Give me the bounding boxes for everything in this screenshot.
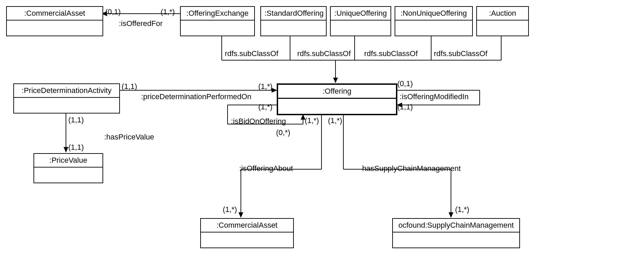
card: (1,*) <box>223 205 237 214</box>
card: (1,1) <box>68 143 84 152</box>
ontology-diagram: :CommercialAsset :OfferingExchange :Stan… <box>0 0 644 280</box>
label-isOfferedFor: :isOfferedFor <box>119 19 163 28</box>
card: (1,1) <box>122 82 137 91</box>
class-title: :CommercialAsset <box>201 219 293 232</box>
card: (1,*) <box>258 82 273 91</box>
class-offering: :Offering <box>277 83 397 115</box>
class-price-value: :PriceValue <box>33 153 103 183</box>
label-subclass-3: rdfs.subClassOf <box>364 49 418 58</box>
class-standard-offering: :StandardOffering <box>260 6 327 36</box>
label-subclass-1: rdfs.subClassOf <box>225 49 278 58</box>
card: (1,1) <box>397 103 413 111</box>
class-offering-exchange: :OfferingExchange <box>180 6 255 36</box>
card: (1,*) <box>258 103 273 111</box>
class-title: :Offering <box>278 85 396 99</box>
label-isBidOnOffering: :isBidOnOffering <box>231 117 286 126</box>
class-title: :OfferingExchange <box>181 7 254 21</box>
label-isOfferingAbout: :isOfferingAbout <box>239 164 293 173</box>
class-price-determination-activity: :PriceDeterminationActivity <box>13 83 120 114</box>
class-title: ocfound:SupplyChainManagement <box>393 219 519 232</box>
class-non-unique-offering: :NonUniqueOffering <box>395 6 473 36</box>
class-supply-chain-management: ocfound:SupplyChainManagement <box>392 218 520 248</box>
class-title: :NonUniqueOffering <box>395 7 472 21</box>
class-title: :PriceDeterminationActivity <box>14 84 119 98</box>
label-subclass-2: rdfs.subClassOf <box>297 49 351 58</box>
label-hasPriceValue: :hasPriceValue <box>104 133 154 142</box>
edges-layer <box>0 0 644 280</box>
card: (0,1) <box>105 8 121 16</box>
card: (0,*) <box>276 128 290 137</box>
class-title: :CommercialAsset <box>7 7 102 21</box>
class-auction: :Auction <box>476 6 529 36</box>
card: (1,*) <box>305 116 319 125</box>
label-subclass-4: rdfs.subClassOf <box>434 49 488 58</box>
label-hasSupplyChainManagement: hasSupplyChainManagement <box>362 164 461 173</box>
class-commercial-asset-2: :CommercialAsset <box>200 218 294 248</box>
label-isOfferingModifiedIn: :isOfferingModifiedIn <box>400 92 468 101</box>
card: (1,*) <box>328 116 342 125</box>
card: (0,1) <box>397 79 413 88</box>
class-title: :PriceValue <box>34 154 102 168</box>
class-unique-offering: :UniqueOffering <box>330 6 391 36</box>
class-commercial-asset-1: :CommercialAsset <box>6 6 103 36</box>
card: (1,1) <box>68 116 84 124</box>
card: (1,*) <box>161 8 175 16</box>
label-priceDetOn: :priceDeterminationPerformedOn <box>141 92 251 101</box>
class-title: :UniqueOffering <box>331 7 390 21</box>
class-title: :Auction <box>477 7 528 21</box>
card: (1,*) <box>455 205 469 214</box>
class-title: :StandardOffering <box>261 7 326 21</box>
